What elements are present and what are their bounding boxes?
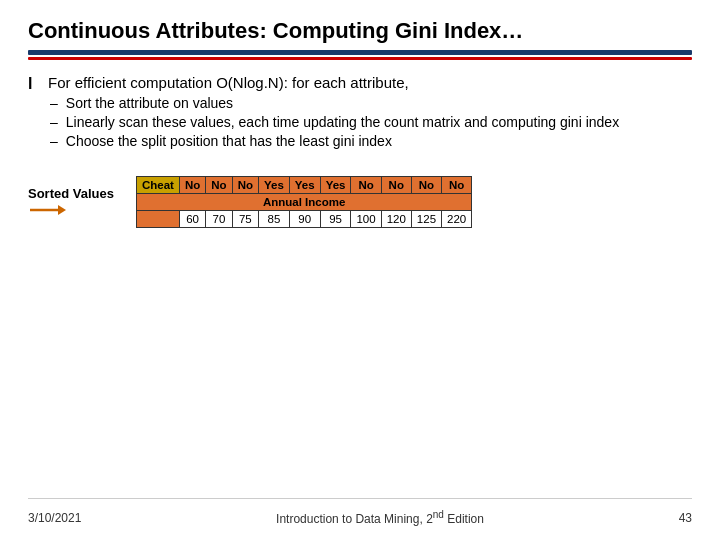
dash-1: – — [50, 95, 58, 111]
content-area: l For efficient computation O(Nlog.N): f… — [28, 74, 692, 498]
footer-date: 3/10/2021 — [28, 511, 81, 525]
divider-red — [28, 57, 692, 60]
cell-r2-4: 90 — [289, 211, 320, 228]
sub-bullet-2: – Linearly scan these values, each time … — [50, 114, 619, 130]
cheat-label: Cheat — [137, 177, 180, 194]
bullet-icon: l — [28, 75, 38, 93]
cell-r2-7: 120 — [381, 211, 411, 228]
cell-r2-9: 220 — [442, 211, 472, 228]
table-row-1: Cheat No No No Yes Yes Yes No No No No — [137, 177, 472, 194]
main-bullet-section: l For efficient computation O(Nlog.N): f… — [28, 74, 692, 152]
bullet-content: For efficient computation O(Nlog.N): for… — [48, 74, 619, 152]
cell-r2-8: 125 — [411, 211, 441, 228]
sorted-label-area: Sorted Values — [28, 186, 128, 219]
cell-r2-6: 100 — [351, 211, 381, 228]
cell-r2-5: 95 — [320, 211, 351, 228]
footer-title: Introduction to Data Mining, 2nd Edition — [276, 509, 484, 526]
table-row-2: 60 70 75 85 90 95 100 120 125 220 — [137, 211, 472, 228]
svg-marker-1 — [58, 205, 66, 215]
cell-r1-4: Yes — [289, 177, 320, 194]
cell-r2-2: 75 — [232, 211, 258, 228]
cell-r1-2: No — [232, 177, 258, 194]
cell-r2-3: 85 — [258, 211, 289, 228]
arrow-right — [28, 201, 122, 219]
cell-r2-1: 70 — [206, 211, 232, 228]
main-bullet-text: For efficient computation O(Nlog.N): for… — [48, 74, 619, 91]
cell-r1-0: No — [179, 177, 205, 194]
cell-r1-3: Yes — [258, 177, 289, 194]
sub-bullet-3: – Choose the split position that has the… — [50, 133, 619, 149]
row2-label — [137, 211, 180, 228]
cell-r1-5: Yes — [320, 177, 351, 194]
cell-r1-7: No — [381, 177, 411, 194]
dash-2: – — [50, 114, 58, 130]
footer-page: 43 — [679, 511, 692, 525]
page-title: Continuous Attributes: Computing Gini In… — [28, 18, 692, 44]
cell-r1-9: No — [442, 177, 472, 194]
sorted-values-label: Sorted Values — [28, 186, 128, 201]
cell-r1-6: No — [351, 177, 381, 194]
dash-3: – — [50, 133, 58, 149]
footer: 3/10/2021 Introduction to Data Mining, 2… — [28, 498, 692, 526]
page: Continuous Attributes: Computing Gini In… — [0, 0, 720, 540]
data-table: Cheat No No No Yes Yes Yes No No No No A… — [136, 176, 472, 228]
divider-blue — [28, 50, 692, 55]
table-row-annual-income: Annual Income — [137, 194, 472, 211]
annual-income-label: Annual Income — [137, 194, 472, 211]
table-area: Sorted Values Cheat No No No Yes — [28, 176, 692, 228]
footer-sup: nd — [433, 509, 444, 520]
cell-r1-8: No — [411, 177, 441, 194]
cell-r2-0: 60 — [179, 211, 205, 228]
cell-r1-1: No — [206, 177, 232, 194]
sub-bullet-1: – Sort the attribute on values — [50, 95, 619, 111]
sub-bullet-list: – Sort the attribute on values – Linearl… — [50, 95, 619, 149]
